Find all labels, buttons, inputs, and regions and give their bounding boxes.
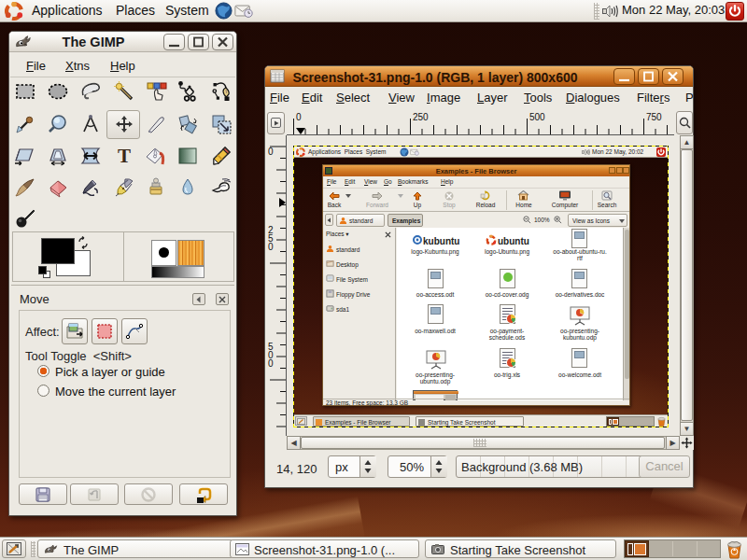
svg-text:0: 0 <box>268 358 274 369</box>
svg-text:ubuntu: ubuntu <box>498 236 529 246</box>
svg-text:kubuntu: kubuntu <box>423 236 459 246</box>
svg-text:0: 0 <box>296 112 302 122</box>
svg-text:0: 0 <box>268 147 274 157</box>
svg-text:250: 250 <box>413 112 429 122</box>
svg-text:500: 500 <box>529 112 545 122</box>
svg-text:750: 750 <box>646 112 662 122</box>
svg-text:0: 0 <box>268 242 274 252</box>
svg-text:T: T <box>118 145 131 167</box>
